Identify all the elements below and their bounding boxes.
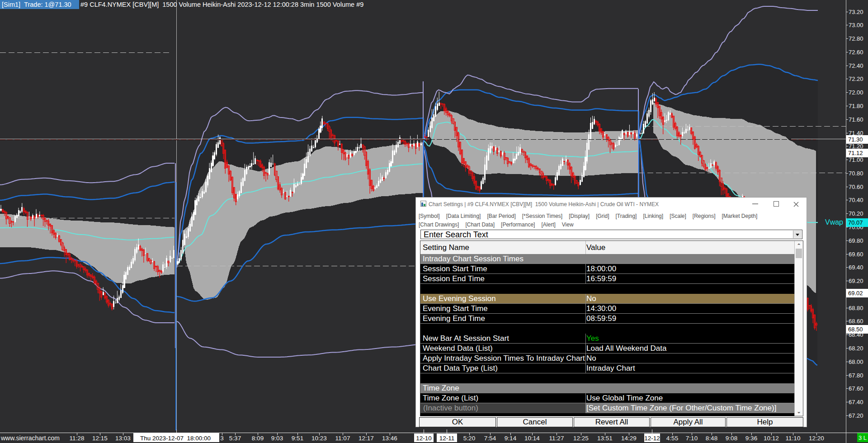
svg-text:5:20: 5:20 (463, 435, 475, 442)
svg-text:69.60: 69.60 (849, 251, 863, 258)
svg-text:12-11: 12-11 (439, 435, 455, 442)
svg-text:71.20: 71.20 (849, 143, 863, 150)
svg-text:72.80: 72.80 (849, 35, 863, 42)
svg-text:3 L: 3 L (859, 434, 867, 441)
svg-text:7:10: 7:10 (686, 435, 698, 442)
svg-text:10:23: 10:23 (311, 435, 327, 442)
svg-text:12:17: 12:17 (359, 435, 374, 442)
svg-text:73.20: 73.20 (849, 9, 863, 15)
svg-text:5:37: 5:37 (229, 435, 241, 442)
svg-text:67.40: 67.40 (849, 399, 863, 405)
svg-text:11:10: 11:10 (786, 435, 801, 442)
svg-text:72.00: 72.00 (849, 89, 863, 96)
svg-text:69.20: 69.20 (849, 278, 863, 284)
svg-text:8:09: 8:09 (252, 435, 264, 442)
svg-text:73.00: 73.00 (849, 22, 863, 28)
svg-text:9:08: 9:08 (726, 435, 737, 442)
svg-text:10:12: 10:12 (764, 435, 779, 442)
svg-text:12:25: 12:25 (573, 435, 589, 442)
svg-text:72.60: 72.60 (849, 49, 863, 56)
svg-text:12:15: 12:15 (92, 435, 108, 442)
svg-text:3: 3 (220, 435, 224, 442)
svg-text:13:51: 13:51 (597, 435, 613, 442)
svg-text:70.07: 70.07 (848, 219, 863, 226)
svg-text:71.60: 71.60 (849, 116, 863, 123)
svg-text:10:14: 10:14 (524, 435, 540, 442)
svg-text:9:03: 9:03 (271, 435, 283, 442)
svg-text:12-12: 12-12 (644, 435, 660, 442)
svg-text:71.80: 71.80 (849, 103, 863, 109)
svg-text:71.40: 71.40 (849, 130, 863, 137)
svg-text:12:20: 12:20 (809, 435, 824, 442)
svg-text:12-10: 12-10 (416, 435, 432, 442)
svg-text:13:03: 13:03 (115, 435, 131, 442)
svg-text:67.60: 67.60 (849, 385, 863, 392)
svg-text:11:27: 11:27 (549, 435, 564, 442)
svg-text:14:29: 14:29 (621, 435, 637, 442)
svg-text:9:14: 9:14 (505, 435, 517, 442)
svg-text:68.60: 68.60 (849, 318, 863, 325)
svg-text:68.80: 68.80 (849, 305, 863, 311)
svg-text:9:36: 9:36 (745, 435, 757, 442)
svg-text:69.02: 69.02 (848, 290, 863, 297)
svg-text:70.80: 70.80 (849, 170, 863, 177)
svg-text:71.00: 71.00 (849, 156, 863, 163)
svg-text:70.60: 70.60 (849, 184, 863, 190)
svg-text:Thu 2023-12-07 18:00:00: Thu 2023-12-07 18:00:00 (140, 435, 211, 442)
svg-text:9:51: 9:51 (292, 435, 303, 442)
svg-text:4:55: 4:55 (666, 435, 678, 442)
svg-text:11:28: 11:28 (70, 435, 85, 442)
svg-text:68.50: 68.50 (848, 326, 863, 333)
svg-text:70.20: 70.20 (849, 210, 863, 217)
svg-text:70.40: 70.40 (849, 197, 863, 203)
svg-text:71.12: 71.12 (848, 150, 863, 156)
svg-text:69.80: 69.80 (849, 237, 863, 244)
svg-text:Vwap: Vwap (825, 218, 843, 226)
svg-text:www.sierrachart.com: www.sierrachart.com (0, 434, 60, 442)
svg-text:72.40: 72.40 (849, 62, 863, 69)
svg-text:68.20: 68.20 (849, 345, 863, 352)
svg-text:68.00: 68.00 (849, 358, 863, 365)
svg-text:13:46: 13:46 (382, 435, 397, 442)
svg-text:67.80: 67.80 (849, 372, 863, 379)
svg-text:67.20: 67.20 (849, 412, 863, 419)
svg-text:8:48: 8:48 (706, 435, 717, 442)
svg-text:[Sim1] Trade: 1@71.30: [Sim1] Trade: 1@71.30 (2, 1, 71, 8)
svg-text:7:54: 7:54 (484, 435, 496, 442)
svg-text:72.20: 72.20 (849, 75, 863, 82)
svg-text:69.40: 69.40 (849, 264, 863, 271)
svg-text:#9 CLF4.NYMEX [CBV][M] 1500 V: #9 CLF4.NYMEX [CBV][M] 1500 Volume Heiki… (80, 1, 363, 8)
svg-text:11:07: 11:07 (335, 435, 350, 442)
svg-text:71.30: 71.30 (848, 136, 863, 143)
